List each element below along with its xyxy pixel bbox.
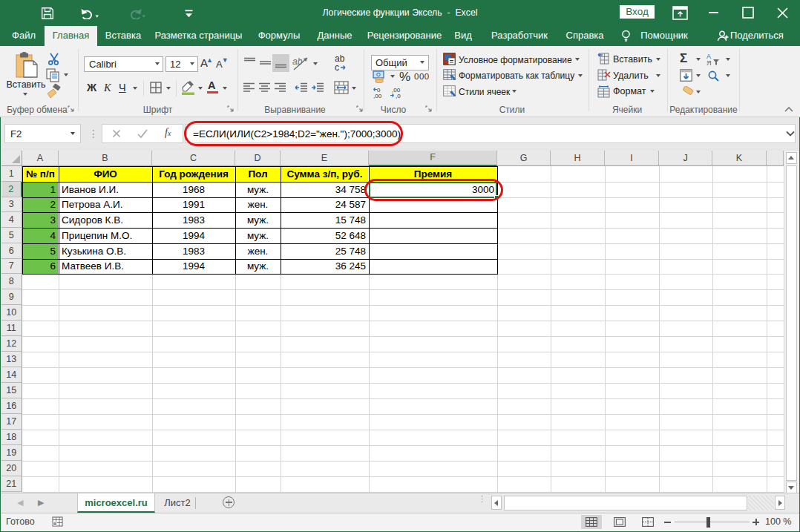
svg-text:ab: ab: [292, 56, 303, 67]
svg-text:Я: Я: [706, 59, 712, 65]
svg-text:c: c: [335, 62, 339, 73]
svg-text:,00: ,00: [373, 93, 382, 99]
svg-text:,0: ,0: [396, 93, 401, 99]
